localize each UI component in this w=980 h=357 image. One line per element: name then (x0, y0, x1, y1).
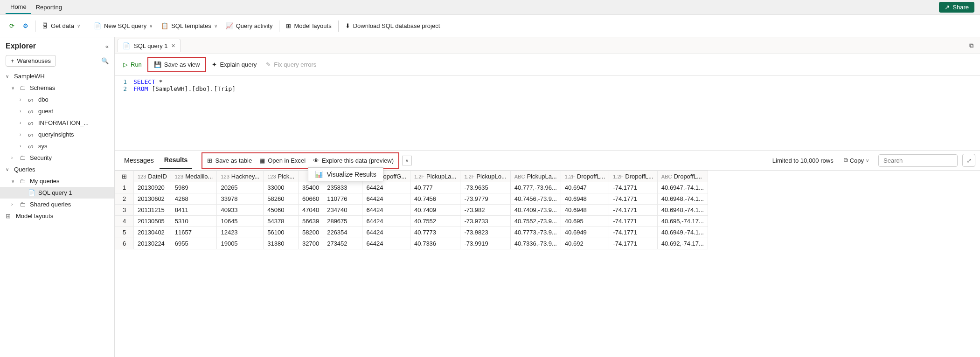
tree-schemas[interactable]: ∨🗀Schemas (0, 82, 114, 94)
query-activity-button[interactable]: 📈 Query activity (222, 20, 277, 32)
chevron-right-icon: › (20, 144, 25, 149)
download-db-button[interactable]: ⬇ Download SQL database project (341, 20, 444, 32)
share-icon: ↗ (945, 4, 950, 11)
tree-dbo[interactable]: ›ᔕdbo (0, 94, 114, 105)
sql-editor[interactable]: 1SELECT * 2FROM [SampleWH].[dbo].[Trip] (115, 76, 980, 150)
results-grid[interactable]: ⊞123DateID123Medallio...123Hackney...123… (115, 171, 980, 357)
tree-model-layouts[interactable]: ⊞Model layouts (0, 210, 114, 222)
table-row[interactable]: 6201302246955190053138032700273452644244… (115, 238, 708, 249)
save-as-view-button[interactable]: 💾 Save as view (150, 59, 204, 70)
folder-icon: 🗀 (20, 178, 27, 185)
get-data-button[interactable]: 🗄 Get data ∨ (38, 20, 84, 32)
column-header[interactable]: ABCPickupLa... (510, 171, 561, 182)
table-cell: 4268 (171, 193, 217, 205)
tree-guest[interactable]: ›ᔕguest (0, 105, 114, 117)
search-explorer-button[interactable]: 🔍 (101, 57, 109, 64)
expand-results-button[interactable]: ⤢ (962, 154, 975, 167)
table-row[interactable]: 3201312158411409334506047040234740644244… (115, 205, 708, 216)
table-cell: 40.7552 (410, 216, 460, 227)
column-header[interactable]: 1.2FPickupLo... (460, 171, 510, 182)
table-row[interactable]: 1201309205989202653300035400235833644244… (115, 182, 708, 193)
tree-my-queries[interactable]: ∨🗀My queries (0, 175, 114, 187)
nav-home[interactable]: Home (6, 0, 31, 14)
table-cell: 40.6948 (561, 193, 609, 205)
tree-security[interactable]: ›🗀Security (0, 152, 114, 164)
copy-button[interactable]: ⧉ Copy ∨ (839, 154, 874, 166)
sql-icon: 📄 (28, 189, 35, 196)
chevron-down-icon: ∨ (6, 167, 11, 172)
table-cell: 20131215 (134, 205, 171, 216)
tree-label: Schemas (30, 84, 55, 91)
chevron-down-icon: ∨ (405, 158, 409, 163)
column-header[interactable]: 1.2FPickupLa... (410, 171, 460, 182)
tree-queryinsights[interactable]: ›ᔕqueryinsights (0, 129, 114, 140)
tree-sys[interactable]: ›ᔕsys (0, 140, 114, 152)
collapse-explorer-button[interactable]: « (105, 43, 109, 50)
table-cell: 64424 (362, 193, 410, 205)
open-in-excel-button[interactable]: ▦ Open in Excel (256, 154, 309, 167)
refresh-button[interactable]: ⟳ (6, 20, 18, 32)
table-row[interactable]: 5201304021165712423561005820022635464424… (115, 227, 708, 238)
table-cell: -73.9823 (460, 227, 510, 238)
new-sql-button[interactable]: 📄 New SQL query ∨ (90, 20, 156, 32)
explain-query-button[interactable]: ✦ Explain query (208, 59, 260, 70)
sql-templates-button[interactable]: 📋 SQL templates ∨ (157, 20, 221, 32)
separator (35, 21, 35, 32)
column-header[interactable]: 1.2FDropoffL... (561, 171, 609, 182)
tree-samplewh[interactable]: ∨SampleWH (0, 70, 114, 82)
tree-shared-queries[interactable]: ›🗀Shared queries (0, 199, 114, 210)
table-cell: 2 (115, 193, 134, 205)
row-limit-label: Limited to 10,000 rows (772, 157, 834, 164)
table-cell: 58260 (264, 193, 299, 205)
share-button[interactable]: ↗ Share (939, 2, 974, 13)
gear-icon: ⚙ (23, 22, 28, 29)
table-cell: 45060 (264, 205, 299, 216)
settings-button[interactable]: ⚙ (19, 20, 32, 32)
tree-label: Shared queries (30, 201, 71, 208)
column-header[interactable]: 123DateID (134, 171, 171, 182)
tree-information[interactable]: ›ᔕINFORMATION_... (0, 117, 114, 129)
folder-icon: 🗀 (20, 201, 27, 208)
save-as-table-button[interactable]: ⊞ Save as table (203, 154, 256, 167)
tree-sql-query-1[interactable]: 📄SQL query 1 (0, 187, 114, 199)
column-header[interactable]: 1.2FDropoffL... (609, 171, 657, 182)
run-button[interactable]: ▷ Run (119, 59, 146, 70)
tree-label: SQL query 1 (38, 189, 72, 196)
tab-sql-query-1[interactable]: 📄 SQL query 1 × (118, 39, 181, 52)
results-tab[interactable]: Results (160, 151, 193, 169)
table-cell: 273452 (323, 238, 362, 249)
activity-icon: 📈 (226, 22, 233, 29)
visualize-label: Visualize Results (327, 171, 376, 178)
table-cell: 40.7773 (410, 227, 460, 238)
table-icon: ⊞ (207, 157, 212, 164)
window-stack-button[interactable]: ⧉ (969, 42, 977, 49)
column-header[interactable]: 123Pick... (264, 171, 299, 182)
table-cell: 40.695,-74.17... (657, 216, 708, 227)
tree-queries[interactable]: ∨Queries (0, 164, 114, 175)
explore-data-button[interactable]: 👁 Explore this data (preview) (309, 154, 397, 167)
table-cell: -74.1771 (609, 227, 657, 238)
results-dropdown[interactable]: ∨ (402, 156, 412, 165)
table-cell: 12423 (217, 227, 264, 238)
table-row[interactable]: 4201305055310106455437856639289675644244… (115, 216, 708, 227)
column-header[interactable]: 123Hackney... (217, 171, 264, 182)
table-cell: 56639 (299, 216, 323, 227)
nav-reporting[interactable]: Reporting (31, 1, 67, 14)
close-tab-button[interactable]: × (172, 42, 175, 49)
column-header[interactable]: 123Medallio... (171, 171, 217, 182)
table-cell: 5 (115, 227, 134, 238)
table-cell: 64424 (362, 205, 410, 216)
table-row[interactable]: 2201306024268339785826060660110776644244… (115, 193, 708, 205)
column-header[interactable]: ABCDropoffL... (657, 171, 708, 182)
messages-tab[interactable]: Messages (119, 152, 159, 169)
visualize-results-popup[interactable]: 📊 Visualize Results (308, 167, 383, 181)
excel-icon: ▦ (259, 157, 265, 164)
chart-icon: 📊 (315, 171, 323, 178)
model-layouts-button[interactable]: ⊞ Model layouts (282, 20, 335, 32)
warehouses-button[interactable]: + Warehouses (6, 55, 56, 67)
table-cell: -73.9779 (460, 193, 510, 205)
results-search-input[interactable] (878, 154, 958, 167)
sql-text: [SampleWH].[dbo].[Trip] (148, 85, 236, 92)
query-activity-label: Query activity (236, 22, 273, 29)
table-cell: 234740 (323, 205, 362, 216)
